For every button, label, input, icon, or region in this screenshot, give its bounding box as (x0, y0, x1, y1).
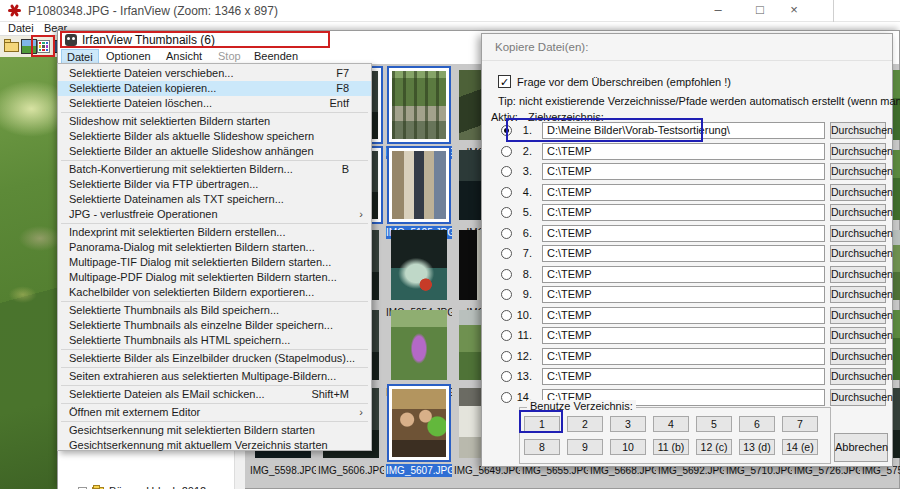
use-dir-button-2[interactable]: 2 (567, 416, 603, 432)
target-radio[interactable] (501, 207, 512, 218)
menu-item-batch[interactable]: Batch-Konvertierung mit selektierten Bil… (58, 162, 371, 177)
browse-button[interactable]: Durchsuchen (830, 286, 886, 303)
target-path-input[interactable]: C:\TEMP (542, 266, 825, 283)
target-path-input[interactable]: C:\TEMP (542, 163, 825, 180)
use-dir-button-5[interactable]: 5 (696, 416, 732, 432)
menu-item-verschieben[interactable]: Selektierte Dateien verschieben...F7 (58, 66, 371, 81)
use-dir-button-11[interactable]: 11 (b) (653, 439, 689, 455)
use-dir-button-10[interactable]: 10 (610, 439, 646, 455)
menu-item-slideshow-speichern[interactable]: Selektierte Bilder als aktuelle Slidesho… (58, 129, 371, 144)
menu-item-gesicht-bilder[interactable]: Gesichtserkennung mit selektierten Bilde… (58, 423, 371, 438)
use-dir-button-12[interactable]: 12 (c) (696, 439, 732, 455)
menu-item-slideshow-anhaengen[interactable]: Selektierte Bilder an aktuelle Slideshow… (58, 144, 371, 159)
browse-button[interactable]: Durchsuchen (830, 204, 886, 221)
menu-item-slideshow-starten[interactable]: Slideshow mit selektierten Bildern start… (58, 114, 371, 129)
target-radio[interactable] (501, 248, 512, 259)
minimize-button[interactable]: – (702, 0, 734, 22)
open-folder-icon[interactable] (4, 39, 20, 54)
target-radio[interactable] (501, 392, 512, 403)
browse-button[interactable]: Durchsuchen (830, 368, 886, 385)
use-dir-button-6[interactable]: 6 (739, 416, 775, 432)
target-row-8: 8. C:\TEMP Durchsuchen (482, 266, 892, 284)
target-path-input[interactable]: C:\TEMP (542, 245, 825, 262)
target-path-input[interactable]: C:\TEMP (542, 368, 825, 385)
dialog-title-separator (482, 60, 892, 61)
target-row-9: 9. C:\TEMP Durchsuchen (482, 286, 892, 304)
menu-item-indexprint[interactable]: Indexprint mit selektierten Bildern erst… (58, 225, 371, 240)
browse-button[interactable]: Durchsuchen (830, 122, 886, 139)
menu-item-drucken[interactable]: Selektierte Bilder als Einzelbilder druc… (58, 351, 371, 366)
use-dir-button-9[interactable]: 9 (567, 439, 603, 455)
browse-button[interactable]: Durchsuchen (830, 266, 886, 283)
target-radio[interactable] (501, 289, 512, 300)
menu-item-externer-editor[interactable]: Öffnen mit externem Editor› (58, 405, 371, 420)
target-radio[interactable] (501, 187, 512, 198)
browse-button[interactable]: Durchsuchen (830, 348, 886, 365)
menu-separator (61, 421, 368, 422)
menu-separator (61, 223, 368, 224)
browse-button[interactable]: Durchsuchen (830, 163, 886, 180)
dialog-title: Kopiere Datei(en): (495, 41, 588, 53)
menu-item-email[interactable]: Selektierte Dateien als EMail schicken..… (58, 387, 371, 402)
menu-item-multipage-tif[interactable]: Multipage-TIF Dialog mit selektierten Bi… (58, 255, 371, 270)
target-path-input[interactable]: C:\TEMP (542, 307, 825, 324)
target-row-10: 10. C:\TEMP Durchsuchen (482, 307, 892, 325)
menu-item-thumbs-einzelne[interactable]: Selektierte Thumbnails als einzelne Bild… (58, 318, 371, 333)
target-radio[interactable] (501, 330, 512, 341)
browse-button[interactable]: Durchsuchen (830, 225, 886, 242)
target-radio[interactable] (501, 228, 512, 239)
target-path-input[interactable]: C:\TEMP (542, 225, 825, 242)
target-radio[interactable] (501, 310, 512, 321)
irfanview-app-icon (8, 4, 21, 17)
use-dir-button-3[interactable]: 3 (610, 416, 646, 432)
browse-button[interactable]: Durchsuchen (830, 389, 886, 406)
menu-item-seiten-extrahieren[interactable]: Seiten extrahieren aus selektierten Mult… (58, 369, 371, 384)
target-row-7: 7. C:\TEMP Durchsuchen (482, 245, 892, 263)
target-path-input[interactable]: C:\TEMP (542, 143, 825, 160)
menu-item-gesicht-verzeichnis[interactable]: Gesichtserkennung mit aktuellem Verzeich… (58, 438, 371, 453)
target-path-input[interactable]: C:\TEMP (542, 286, 825, 303)
target-radio[interactable] (501, 146, 512, 157)
menu-item-jpg-lossless[interactable]: JPG - verlustfreie Operationen› (58, 207, 371, 222)
overwrite-checkbox[interactable]: ✓ (498, 75, 511, 88)
use-dir-button-13[interactable]: 13 (d) (739, 439, 775, 455)
menu-item-panorama[interactable]: Panorama-Dialog mit selektierten Bildern… (58, 240, 371, 255)
annotation-box-target-path (506, 118, 703, 142)
use-dir-button-8[interactable]: 8 (524, 439, 560, 455)
target-radio[interactable] (501, 166, 512, 177)
browse-button[interactable]: Durchsuchen (830, 307, 886, 324)
annotation-box-window-title (60, 31, 330, 48)
target-path-input[interactable]: C:\TEMP (542, 348, 825, 365)
menu-item-loeschen[interactable]: Selektierte Dateien löschen...Entf (58, 96, 371, 111)
menu-item-kachelbilder[interactable]: Kachelbilder von selektierten Bildern ex… (58, 285, 371, 300)
menu-item-multipage-pdf[interactable]: Multipage-PDF Dialog mit selektierten Bi… (58, 270, 371, 285)
use-dir-button-7[interactable]: 7 (782, 416, 818, 432)
close-button[interactable]: × (778, 0, 810, 22)
target-radio[interactable] (501, 351, 512, 362)
browse-button[interactable]: Durchsuchen (830, 143, 886, 160)
submenu-arrow-icon: › (359, 207, 363, 222)
thumb-menu-ansicht[interactable]: Ansicht (161, 49, 207, 63)
target-path-input[interactable]: C:\TEMP (542, 184, 825, 201)
browse-button[interactable]: Durchsuchen (830, 184, 886, 201)
target-path-input[interactable]: C:\TEMP (542, 204, 825, 221)
use-dir-button-4[interactable]: 4 (653, 416, 689, 432)
browse-button[interactable]: Durchsuchen (830, 245, 886, 262)
menu-item-kopieren[interactable]: Selektierte Dateien kopieren...F8 (58, 81, 371, 96)
thumb-menu-optionen[interactable]: Optionen (101, 49, 156, 63)
thumb-menu-beenden[interactable]: Beenden (249, 49, 303, 63)
use-dir-button-14[interactable]: 14 (e) (782, 439, 818, 455)
menu-separator (61, 367, 368, 368)
main-menu-datei[interactable]: Datei (8, 22, 34, 34)
menu-item-txt[interactable]: Selektierte Dateinamen als TXT speichern… (58, 192, 371, 207)
menu-item-thumbs-html[interactable]: Selektierte Thumbnails als HTML speicher… (58, 333, 371, 348)
menu-item-thumbs-bild[interactable]: Selektierte Thumbnails als Bild speicher… (58, 303, 371, 318)
target-radio[interactable] (501, 269, 512, 280)
target-path-input[interactable]: C:\TEMP (542, 327, 825, 344)
browse-button[interactable]: Durchsuchen (830, 327, 886, 344)
maximize-button[interactable]: □ (744, 0, 776, 22)
target-row-13: 13. C:\TEMP Durchsuchen (482, 368, 892, 386)
target-radio[interactable] (501, 371, 512, 382)
menu-item-ftp[interactable]: Selektierte Bilder via FTP übertragen... (58, 177, 371, 192)
cancel-button[interactable]: Abbrechen (834, 433, 888, 462)
